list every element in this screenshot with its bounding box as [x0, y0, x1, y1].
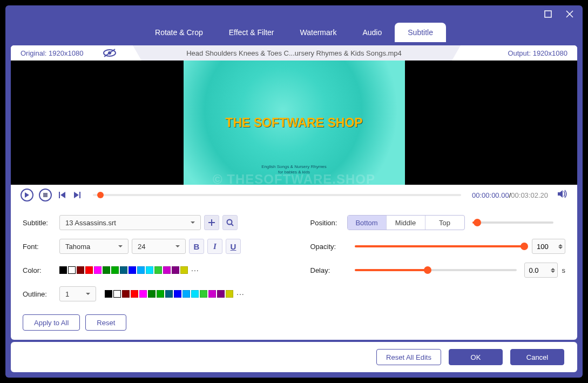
color-swatch[interactable] — [139, 290, 147, 298]
opacity-input[interactable]: 100 — [532, 239, 565, 254]
stop-button[interactable] — [39, 189, 52, 201]
color-swatch[interactable] — [226, 290, 233, 298]
video-preview: THE SOFTWARE SHOP English Songs & Nurser… — [11, 61, 577, 185]
tab-watermark[interactable]: Watermark — [287, 23, 350, 42]
delay-slider[interactable] — [355, 269, 517, 271]
tab-rotate-crop[interactable]: Rotate & Crop — [142, 23, 216, 42]
color-swatch[interactable] — [105, 290, 112, 298]
dialog-footer: Reset All Edits OK Cancel — [11, 342, 577, 372]
svg-marker-9 — [60, 192, 65, 198]
color-swatch[interactable] — [113, 290, 121, 298]
color-swatch[interactable] — [180, 266, 188, 274]
underline-button[interactable]: U — [226, 239, 241, 254]
color-swatch[interactable] — [191, 290, 199, 298]
output-resolution: Output: 1920x1080 — [464, 45, 577, 61]
delay-up[interactable] — [551, 266, 555, 270]
color-swatch[interactable] — [137, 266, 145, 274]
opacity-slider-thumb[interactable] — [521, 243, 528, 250]
color-swatch[interactable] — [157, 290, 164, 298]
color-label: Color: — [23, 266, 59, 274]
color-swatch[interactable] — [208, 290, 216, 298]
position-top[interactable]: Top — [425, 216, 464, 230]
delay-slider-thumb[interactable] — [424, 266, 431, 274]
tab-bar: Rotate & Crop Effect & Filter Watermark … — [5, 23, 583, 42]
font-label: Font: — [23, 243, 59, 251]
color-swatch[interactable] — [165, 290, 173, 298]
reset-all-edits-button[interactable]: Reset All Edits — [376, 349, 441, 365]
color-swatches: ··· — [59, 266, 201, 274]
color-swatch[interactable] — [77, 266, 84, 274]
color-swatch[interactable] — [146, 266, 153, 274]
delay-label: Delay: — [310, 266, 347, 274]
outline-swatches: ··· — [105, 290, 247, 298]
more-colors-button[interactable]: ··· — [189, 266, 201, 274]
svg-rect-11 — [79, 192, 80, 198]
delay-down[interactable] — [551, 271, 555, 275]
watermark-overlay: © THESOFTWARE.SHOP — [213, 172, 375, 187]
cancel-button[interactable]: Cancel — [510, 349, 564, 365]
volume-icon[interactable] — [558, 190, 567, 200]
color-swatch[interactable] — [111, 266, 119, 274]
apply-to-all-button[interactable]: Apply to All — [23, 314, 80, 331]
prev-frame-button[interactable] — [57, 189, 67, 201]
color-swatch[interactable] — [183, 290, 190, 298]
color-swatch[interactable] — [131, 290, 138, 298]
tab-effect-filter[interactable]: Effect & Filter — [216, 23, 287, 42]
color-swatch[interactable] — [217, 290, 225, 298]
position-label: Position: — [310, 219, 347, 227]
italic-button[interactable]: I — [207, 239, 222, 254]
opacity-down[interactable] — [558, 247, 563, 251]
color-swatch[interactable] — [120, 266, 127, 274]
opacity-label: Opacity: — [310, 243, 347, 251]
color-swatch[interactable] — [129, 266, 136, 274]
font-family-dropdown[interactable]: Tahoma — [59, 239, 129, 254]
search-subtitle-button[interactable] — [222, 215, 238, 230]
playhead[interactable] — [97, 192, 104, 198]
color-swatch[interactable] — [94, 266, 102, 274]
more-colors-button[interactable]: ··· — [234, 290, 247, 298]
svg-point-15 — [227, 220, 232, 225]
subtitle-label: Subtitle: — [23, 219, 59, 227]
font-size-dropdown[interactable]: 24 — [132, 239, 186, 254]
svg-rect-0 — [545, 11, 551, 17]
subtitle-file-dropdown[interactable]: 13 Assassins.srt — [59, 215, 201, 230]
tab-subtitle[interactable]: Subtitle — [395, 23, 446, 42]
color-swatch[interactable] — [172, 266, 179, 274]
minimize-button[interactable] — [542, 8, 555, 21]
ok-button[interactable]: OK — [449, 349, 503, 365]
timeline-scrubber[interactable] — [93, 194, 461, 196]
tab-audio[interactable]: Audio — [349, 23, 395, 42]
opacity-slider[interactable] — [355, 245, 525, 247]
file-info-bar: Original: 1920x1080 Head Shoulders Knees… — [11, 45, 577, 61]
play-button[interactable] — [21, 189, 33, 201]
position-slider[interactable] — [472, 221, 553, 224]
delay-input[interactable]: 0.0 — [524, 263, 558, 278]
color-swatch[interactable] — [200, 290, 207, 298]
next-frame-button[interactable] — [72, 189, 82, 201]
outline-label: Outline: — [23, 290, 59, 298]
color-swatch[interactable] — [148, 290, 156, 298]
position-slider-thumb[interactable] — [474, 219, 481, 226]
color-swatch[interactable] — [59, 266, 67, 274]
outline-width-dropdown[interactable]: 1 — [59, 286, 96, 301]
svg-line-16 — [232, 224, 234, 226]
opacity-up[interactable] — [558, 242, 563, 246]
position-bottom[interactable]: Bottom — [348, 216, 387, 230]
close-button[interactable] — [563, 8, 576, 21]
color-swatch[interactable] — [174, 290, 181, 298]
color-swatch[interactable] — [85, 266, 93, 274]
subtitle-overlay-text: THE SOFTWARE SHOP — [225, 116, 362, 130]
svg-marker-12 — [558, 190, 563, 198]
position-segmented: Bottom Middle Top — [347, 215, 465, 230]
color-swatch[interactable] — [68, 266, 76, 274]
position-middle[interactable]: Middle — [387, 216, 425, 230]
color-swatch[interactable] — [154, 266, 162, 274]
add-subtitle-button[interactable] — [204, 215, 219, 230]
compare-toggle-icon[interactable] — [103, 48, 117, 58]
color-swatch[interactable] — [103, 266, 110, 274]
svg-rect-8 — [59, 192, 60, 198]
color-swatch[interactable] — [122, 290, 130, 298]
bold-button[interactable]: B — [189, 239, 204, 254]
reset-button[interactable]: Reset — [85, 314, 126, 331]
color-swatch[interactable] — [163, 266, 171, 274]
